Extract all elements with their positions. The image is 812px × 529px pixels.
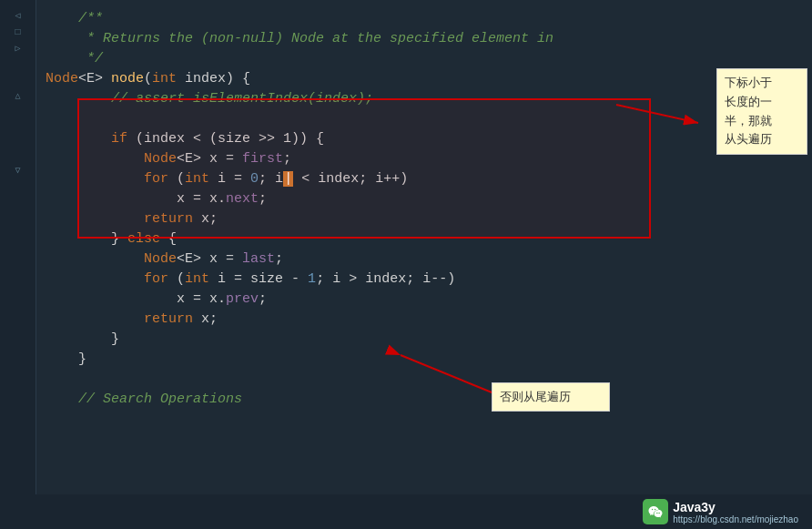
code-line-10: x = x.next; (46, 189, 812, 209)
annotation-2-text: 否则从尾遍历 (500, 390, 571, 403)
gutter-icon-4: △ (12, 89, 25, 102)
brand-name: Java3y (673, 500, 798, 514)
code-line-7: if (index < (size >> 1)) { (46, 129, 812, 149)
code-line-18: } (46, 350, 812, 370)
line-11-content: return x; (46, 209, 812, 229)
line-12-content: } else { (46, 229, 812, 249)
line-5-content: // assert isElementIndex(index); (46, 89, 812, 109)
code-line-1: /** (46, 9, 812, 29)
code-line-blank2 (46, 370, 812, 390)
code-line-9: for (int i = 0; i| < index; i++) (46, 169, 812, 189)
line-7-content: if (index < (size >> 1)) { (46, 129, 812, 149)
gutter-icon-1: ◁ (12, 9, 25, 22)
code-line-4: Node<E> node(int index) { (46, 69, 812, 89)
code-line-20: // Search Operations (46, 390, 812, 410)
line-9-content: for (int i = 0; i| < index; i++) (46, 169, 812, 189)
code-line-8: Node<E> x = first; (46, 149, 812, 169)
code-line-2: * Returns the (non-null) Node at the spe… (46, 29, 812, 49)
line-4-content: Node<E> node(int index) { (46, 69, 812, 89)
wechat-icon (643, 499, 668, 524)
code-line-15: x = x.prev; (46, 290, 812, 310)
line-blank2-content (46, 370, 812, 390)
line-14-content: for (int i = size - 1; i > index; i--) (46, 270, 812, 290)
gutter-icon-3: ▷ (12, 42, 25, 55)
bottom-bar: Java3y https://blog.csdn.net/mojiezhao (0, 494, 812, 529)
brand-section: Java3y https://blog.csdn.net/mojiezhao (643, 499, 798, 524)
line-3-content: */ (46, 49, 812, 69)
brand-text: Java3y https://blog.csdn.net/mojiezhao (673, 500, 798, 524)
line-15-content: x = x.prev; (46, 290, 812, 310)
annotation-box-2: 否则从尾遍历 (492, 382, 610, 412)
code-line-blank1 (46, 109, 812, 129)
annotation-box-1: 下标小于长度的一半，那就从头遍历 (716, 68, 807, 155)
line-13-content: Node<E> x = last; (46, 249, 812, 270)
brand-url: https://blog.csdn.net/mojiezhao (673, 514, 798, 524)
code-line-13: Node<E> x = last; (46, 249, 812, 270)
code-line-14: for (int i = size - 1; i > index; i--) (46, 270, 812, 290)
line-8-content: Node<E> x = first; (46, 149, 812, 169)
line-blank1-content (46, 109, 812, 129)
line-17-content: } (46, 330, 812, 350)
line-2-content: * Returns the (non-null) Node at the spe… (46, 29, 812, 49)
gutter-icon-5: ▽ (12, 164, 25, 177)
annotation-1-text: 下标小于长度的一半，那就从头遍历 (725, 76, 772, 146)
code-line-16: return x; (46, 310, 812, 330)
code-line-17: } (46, 330, 812, 350)
gutter-icon-2: □ (12, 25, 25, 38)
line-16-content: return x; (46, 310, 812, 330)
code-line-3: */ (46, 49, 812, 69)
editor-container: ◁ □ ▷ △ ▽ /** * Returns the (non-null) N… (0, 0, 812, 529)
code-line-11: return x; (46, 209, 812, 229)
line-1-content: /** (46, 9, 812, 29)
line-20-content: // Search Operations (46, 390, 812, 410)
gutter: ◁ □ ▷ △ ▽ (0, 0, 36, 529)
code-line-12: } else { (46, 229, 812, 249)
code-line-5: // assert isElementIndex(index); (46, 89, 812, 109)
code-area: /** * Returns the (non-null) Node at the… (36, 0, 812, 529)
line-18-content: } (46, 350, 812, 370)
line-10-content: x = x.next; (46, 189, 812, 209)
